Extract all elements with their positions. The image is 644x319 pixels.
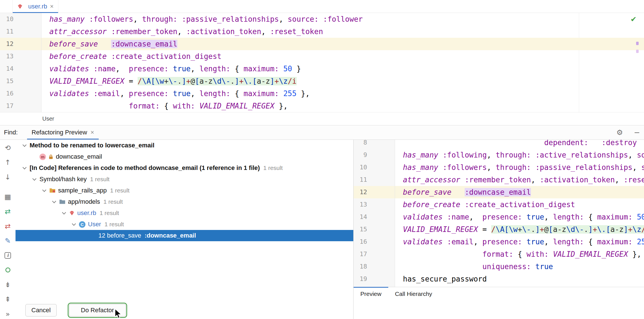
code-token: , <box>261 27 270 36</box>
code-text: before_create :create_activation_digest <box>49 50 222 63</box>
code-token: :destroy <box>601 140 637 147</box>
code-token: [ <box>195 77 200 85</box>
code-token: before_create <box>49 52 107 61</box>
scrollbar-usage-mark[interactable] <box>636 50 639 53</box>
code-token: \z <box>632 225 641 234</box>
line-number: 8 <box>354 140 367 149</box>
code-line[interactable]: 12before_save :downcase_email <box>354 186 644 198</box>
code-token: ] <box>588 225 593 234</box>
code-token: maximum: <box>597 238 632 246</box>
code-token: :reset_token <box>624 176 644 184</box>
tree-row[interactable]: Symbol/hash key1 result <box>16 174 353 185</box>
hide-panel-icon[interactable]: − <box>634 125 640 139</box>
chevron-down-icon[interactable] <box>43 189 49 192</box>
code-line[interactable]: 11attr_accessor :remember_token, :activa… <box>354 174 644 186</box>
code-token: , <box>473 238 482 246</box>
code-token: :follower <box>323 15 363 23</box>
tree-row[interactable]: mdowncase_email <box>16 151 353 162</box>
code-token: / <box>491 225 496 234</box>
code-text: before_create :create_activation_digest <box>403 198 575 211</box>
code-line[interactable]: 18 uniqueness: true <box>354 260 644 273</box>
find-tab-close-icon[interactable]: × <box>91 129 94 136</box>
main-editor[interactable]: 10has_many :followers, through: :passive… <box>0 13 644 112</box>
code-token: :email <box>447 238 474 246</box>
code-line[interactable]: 15VALID_EMAIL_REGEX = /\A[\w+\-.]+@[a-z\… <box>0 75 644 87</box>
code-line[interactable]: 14validates :name, presence: true, lengt… <box>0 63 644 75</box>
code-token: maximum: <box>244 89 279 98</box>
code-line[interactable]: 16validates :email, presence: true, leng… <box>0 87 644 100</box>
tab-close-icon[interactable]: × <box>50 3 54 10</box>
tree-row[interactable]: [In Code] References in code to method d… <box>16 162 353 174</box>
code-token: source: <box>637 151 644 159</box>
chevron-down-icon[interactable] <box>53 200 59 204</box>
editor-tab-user-rb[interactable]: user.rb × <box>12 0 58 13</box>
ring-glyph <box>5 267 10 273</box>
inspection-ok-icon[interactable]: ✔ <box>630 13 637 25</box>
collapse-all-icon[interactable]: ⇞ <box>2 294 14 305</box>
tree-row[interactable]: user.rb1 result <box>16 207 353 219</box>
code-token <box>522 238 527 246</box>
line-number: 14 <box>354 211 367 223</box>
code-token: , <box>116 65 129 73</box>
tree-row[interactable]: Method to be renamed to lowercase_email <box>16 140 353 151</box>
tree-row[interactable]: 12 before_save :downcase_email <box>16 230 353 241</box>
code-token: :active_relationships <box>535 151 628 159</box>
settings-gear-icon[interactable]: ⚙ <box>616 125 623 139</box>
chevron-down-icon[interactable] <box>23 166 30 170</box>
code-token: }, <box>297 89 310 98</box>
code-line[interactable]: 16validates :email, presence: true, leng… <box>354 236 644 248</box>
code-token: { <box>584 238 597 246</box>
code-line[interactable]: 13before_create :create_activation_diges… <box>354 198 644 211</box>
code-line[interactable]: 8 dependent: :destroy <box>354 140 644 149</box>
more-options-icon[interactable]: » <box>2 308 14 319</box>
code-line[interactable]: 17 format: { with: VALID_EMAIL_REGEX }, <box>354 248 644 260</box>
preview-editor[interactable]: 8 dependent: :destroy9has_many :followin… <box>354 140 644 287</box>
code-line[interactable]: 19has_secure_password <box>354 273 644 285</box>
code-text: has_secure_password <box>403 273 487 285</box>
code-token: \A <box>496 225 504 234</box>
scrollbar-usage-mark[interactable] <box>636 42 639 45</box>
code-line[interactable]: 9has_many :following, through: :active_r… <box>354 149 644 161</box>
chevron-down-icon[interactable] <box>72 222 79 226</box>
tree-label: :downcase_email <box>145 232 196 239</box>
code-line[interactable]: 13before_create :create_activation_diges… <box>0 50 644 63</box>
code-line[interactable]: 10has_many :followers, through: :passive… <box>0 13 644 25</box>
code-line[interactable]: 11attr_accessor :remember_token, :activa… <box>0 25 644 38</box>
code-line[interactable]: 10has_many :followers, through: :passive… <box>354 161 644 174</box>
tab-call-hierarchy[interactable]: Call Hierarchy <box>388 287 439 300</box>
apply-refactoring-icon[interactable]: ⇄ <box>2 206 14 217</box>
group-by-icon[interactable]: ▦ <box>2 191 14 202</box>
tab-preview[interactable]: Preview <box>354 287 388 300</box>
chevron-down-icon[interactable] <box>63 211 69 215</box>
next-occurrence-icon[interactable]: ↓ <box>2 171 14 183</box>
expand-all-icon[interactable]: ⇟ <box>2 279 14 290</box>
code-token: \- <box>522 225 531 234</box>
code-line[interactable]: 15VALID_EMAIL_REGEX = /\A[\w+\-.]+@[a-z\… <box>354 223 644 236</box>
cancel-button[interactable]: Cancel <box>25 304 57 316</box>
code-token: ] <box>235 77 239 85</box>
chevron-down-icon[interactable] <box>33 177 39 181</box>
tree-row[interactable]: app/models1 result <box>16 196 353 207</box>
code-token: \. <box>244 77 252 85</box>
tree-row[interactable]: CUser1 result <box>16 219 353 230</box>
status-ring-icon[interactable] <box>2 264 14 276</box>
code-token: , <box>487 151 495 159</box>
info-icon[interactable]: i <box>2 250 14 261</box>
code-line[interactable]: 14validates :name, presence: true, lengt… <box>354 211 644 223</box>
tree-row[interactable]: sample_rails_app1 result <box>16 185 353 196</box>
refresh-icon[interactable]: ⟲ <box>2 142 14 153</box>
code-line[interactable]: 17 format: { with: VALID_EMAIL_REGEX }, <box>0 100 644 112</box>
revert-refactoring-icon[interactable]: ⇄ <box>2 220 14 232</box>
code-token: @ <box>191 77 195 85</box>
previous-occurrence-icon[interactable]: ↑ <box>2 157 14 168</box>
chevron-down-icon[interactable] <box>23 143 30 147</box>
code-token: :following <box>443 151 487 159</box>
line-number: 9 <box>354 149 367 161</box>
code-text: has_many :followers, through: :passive_r… <box>403 161 644 174</box>
code-token: VALID_EMAIL_REGEX <box>553 250 628 258</box>
tab-refactoring-preview[interactable]: Refactoring Preview × <box>27 125 99 139</box>
edit-source-icon[interactable]: ✎ <box>2 235 14 246</box>
result-count: 1 result <box>263 165 283 171</box>
breadcrumb-item-user[interactable]: User <box>42 112 54 125</box>
code-line[interactable]: 12before_save :downcase_email <box>0 38 644 50</box>
